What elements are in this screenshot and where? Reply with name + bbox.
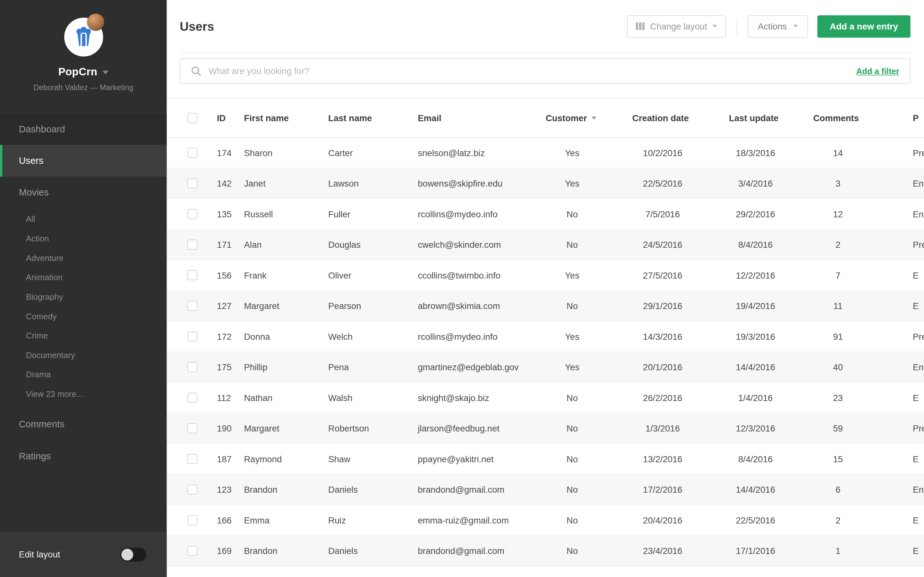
sidebar-item-dashboard[interactable]: Dashboard [0, 113, 167, 145]
row-checkbox[interactable] [187, 362, 197, 372]
sidebar-subitem-drama[interactable]: Drama [0, 365, 167, 385]
change-layout-button[interactable]: Change layout [627, 15, 726, 37]
cell-last: Pearson [328, 301, 418, 311]
row-checkbox[interactable] [187, 148, 197, 158]
sidebar-subitem-adventure[interactable]: Adventure [0, 248, 167, 268]
row-checkbox[interactable] [187, 546, 197, 556]
column-header-email[interactable]: Email [418, 113, 546, 123]
chevron-down-icon [103, 70, 108, 74]
table-row[interactable]: 127MargaretPearsonabrown@skimia.comNo29/… [167, 291, 924, 322]
sidebar-item-ratings[interactable]: Ratings [0, 440, 167, 472]
row-checkbox[interactable] [187, 270, 197, 280]
cell-updated: 3/4/2016 [729, 179, 813, 189]
row-checkbox[interactable] [187, 424, 197, 434]
select-all-checkbox[interactable] [187, 113, 197, 123]
column-header-customer[interactable]: Customer [546, 113, 632, 123]
cell-comments: 3 [813, 179, 913, 189]
sidebar-subitem-comedy[interactable]: Comedy [0, 307, 167, 326]
sidebar-item-movies[interactable]: Movies [0, 177, 167, 208]
sidebar: PopCrn Deborah Valdez — Marketing Dashbo… [0, 0, 167, 577]
row-checkbox[interactable] [187, 393, 197, 403]
actions-button[interactable]: Actions [748, 15, 808, 37]
table-row[interactable]: 156FrankOliverccollins@twimbo.infoYes27/… [167, 260, 924, 291]
row-checkbox[interactable] [187, 515, 197, 525]
cell-email: brandond@gmail.com [418, 485, 546, 495]
sidebar-subitem-biography[interactable]: Biography [0, 287, 167, 307]
table-header: IDFirst nameLast nameEmailCustomerCreati… [167, 98, 924, 138]
edit-layout-toggle[interactable] [120, 547, 146, 561]
cell-updated: 14/4/2016 [729, 362, 813, 372]
column-header-comments[interactable]: Comments [813, 113, 913, 123]
add-new-entry-button[interactable]: Add a new entry [817, 15, 911, 37]
row-checkbox[interactable] [187, 301, 197, 311]
cell-created: 17/2/2016 [632, 485, 729, 495]
row-checkbox[interactable] [187, 485, 197, 495]
table-row[interactable]: 142JanetLawsonbowens@skipfire.eduYes22/5… [167, 168, 924, 199]
cell-comments: 6 [813, 485, 913, 495]
table-row[interactable]: 171AlanDouglascwelch@skinder.comNo24/5/2… [167, 229, 924, 260]
sidebar-subitem-all[interactable]: All [0, 210, 167, 229]
table-row[interactable]: 174SharonCartersnelson@latz.bizYes10/2/2… [167, 138, 924, 169]
cell-customer: No [546, 301, 632, 311]
search-icon [191, 66, 202, 76]
sidebar-subitem-view-more[interactable]: View 23 more... [0, 384, 167, 404]
cell-id: 175 [217, 362, 244, 372]
cell-updated: 18/3/2016 [729, 148, 813, 158]
cell-comments: 12 [813, 209, 913, 219]
cell-updated: 8/4/2016 [729, 240, 813, 250]
cell-last: Ruiz [328, 515, 418, 525]
cell-created: 14/3/2016 [632, 332, 729, 342]
column-header-first[interactable]: First name [244, 113, 328, 123]
cell-email: emma-ruiz@gmail.com [418, 515, 546, 525]
cell-customer: No [546, 546, 632, 556]
table-row[interactable]: 123BrandonDanielsbrandond@gmail.comNo17/… [167, 474, 924, 505]
row-checkbox[interactable] [187, 179, 197, 189]
column-header-last[interactable]: Last name [328, 113, 418, 123]
change-layout-label: Change layout [650, 21, 707, 31]
table-row[interactable]: 135RussellFullerrcollins@mydeo.infoNo7/5… [167, 199, 924, 230]
column-header-id[interactable]: ID [217, 113, 244, 123]
sidebar-subitem-documentary[interactable]: Documentary [0, 346, 167, 365]
cell-created: 10/2/2016 [632, 148, 729, 158]
column-header-updated[interactable]: Last update [729, 113, 813, 123]
table-row[interactable]: 190MargaretRobertsonjlarson@feedbug.netN… [167, 413, 924, 444]
table-row[interactable]: 112NathanWalshsknight@skajo.bizNo26/2/20… [167, 383, 924, 414]
row-checkbox[interactable] [187, 454, 197, 464]
table-row[interactable]: 175PhillipPenagmartinez@edgeblab.govYes2… [167, 352, 924, 383]
table-row[interactable]: 166EmmaRuizemma-ruiz@gmail.comNo20/4/201… [167, 505, 924, 536]
cell-created: 26/2/2016 [632, 393, 729, 403]
cell-id: 190 [217, 424, 244, 434]
table-row[interactable]: 169BrandonDanielsbrandond@gmail.comNo23/… [167, 536, 924, 566]
user-line: Deborah Valdez — Marketing [0, 83, 167, 92]
add-filter-link[interactable]: Add a filter [856, 66, 899, 76]
cell-email: ccollins@twimbo.info [418, 270, 546, 280]
cell-email: cwelch@skinder.com [418, 240, 546, 250]
page-title: Users [180, 19, 214, 33]
cell-email: gmartinez@edgeblab.gov [418, 362, 546, 372]
sidebar-item-comments[interactable]: Comments [0, 409, 167, 440]
cell-email: rcollins@mydeo.info [418, 209, 546, 219]
cell-comments: 7 [813, 270, 913, 280]
movies-sub-list: AllActionAdventureAnimationBiographyCome… [0, 208, 167, 404]
project-switcher[interactable]: PopCrn [0, 66, 167, 79]
column-header-plan[interactable]: P [913, 113, 924, 123]
table-row[interactable]: 187RaymondShawppayne@yakitri.netNo13/2/2… [167, 444, 924, 475]
table-row[interactable]: 172DonnaWelchrcollins@mydeo.infoYes14/3/… [167, 322, 924, 352]
sidebar-subitem-action[interactable]: Action [0, 229, 167, 248]
row-checkbox[interactable] [187, 209, 197, 219]
cell-first: Donna [244, 332, 328, 342]
row-checkbox[interactable] [187, 332, 197, 342]
row-checkbox[interactable] [187, 240, 197, 250]
cell-comments: 2 [813, 240, 913, 250]
column-header-created[interactable]: Creation date [632, 113, 729, 123]
chevron-down-icon [793, 25, 798, 27]
cell-first: Russell [244, 209, 328, 219]
sidebar-item-users[interactable]: Users [0, 145, 167, 177]
search-input[interactable] [208, 66, 849, 76]
sidebar-subitem-animation[interactable]: Animation [0, 268, 167, 287]
search-bar: Add a filter [180, 58, 911, 84]
cell-id: 135 [217, 209, 244, 219]
sidebar-subitem-crime[interactable]: Crime [0, 326, 167, 346]
cell-email: sknight@skajo.biz [418, 393, 546, 403]
cell-id: 123 [217, 485, 244, 495]
